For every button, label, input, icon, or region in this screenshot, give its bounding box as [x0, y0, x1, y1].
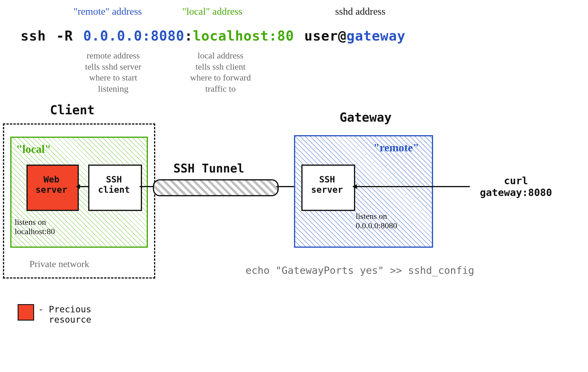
local-address-tag: "local" address: [182, 6, 242, 17]
arrow-sshclient-to-webserver: [76, 182, 89, 191]
legend-swatch: [18, 304, 34, 321]
legend-text: - Precious resource: [38, 304, 91, 325]
remote-badge: "remote": [373, 141, 419, 154]
private-network-label: Private network: [29, 259, 89, 269]
remote-note: remote address tells sshd server where t…: [71, 50, 156, 94]
ssh-tunnel-pipe: [153, 179, 279, 196]
cmd-colon: :: [184, 28, 193, 44]
cmd-remote-addr: 0.0.0.0:8080: [83, 28, 184, 44]
ssh-server-label: SSH server: [301, 174, 353, 195]
ssh-command: ssh -R 0.0.0.0:8080:localhost:80 user@ga…: [21, 28, 405, 44]
cmd-gateway: gateway: [346, 28, 405, 44]
cmd-prefix: ssh -R: [21, 28, 83, 44]
gateway-title: Gateway: [340, 110, 392, 125]
sshd-config-hint: echo "GatewayPorts yes" >> sshd_config: [245, 264, 474, 276]
listens-remote: listens on 0.0.0.0:8080: [356, 212, 397, 230]
listens-local: listens on localhost:80: [15, 217, 55, 236]
arrow-curl-to-sshserver: [352, 182, 470, 191]
web-server-label: Web server: [26, 174, 76, 195]
curl-line1: curl: [469, 175, 563, 187]
svg-marker-1: [76, 184, 80, 189]
curl-command: curl gateway:8080: [469, 175, 563, 198]
remote-address-tag: "remote" address: [74, 6, 142, 17]
sshd-address-tag: sshd address: [335, 6, 385, 17]
svg-marker-3: [352, 184, 357, 189]
ssh-tunnel-label: SSH Tunnel: [173, 162, 244, 175]
local-badge: "local": [16, 143, 51, 155]
cmd-user-at: user@: [294, 28, 346, 44]
client-title: Client: [50, 103, 95, 117]
curl-line2: gateway:8080: [469, 187, 563, 198]
local-note: local address tells ssh client where to …: [176, 50, 265, 94]
ssh-client-label: SSH client: [88, 174, 140, 195]
cmd-local-addr: localhost:80: [193, 28, 294, 44]
line-client-to-pipe: [140, 186, 153, 187]
